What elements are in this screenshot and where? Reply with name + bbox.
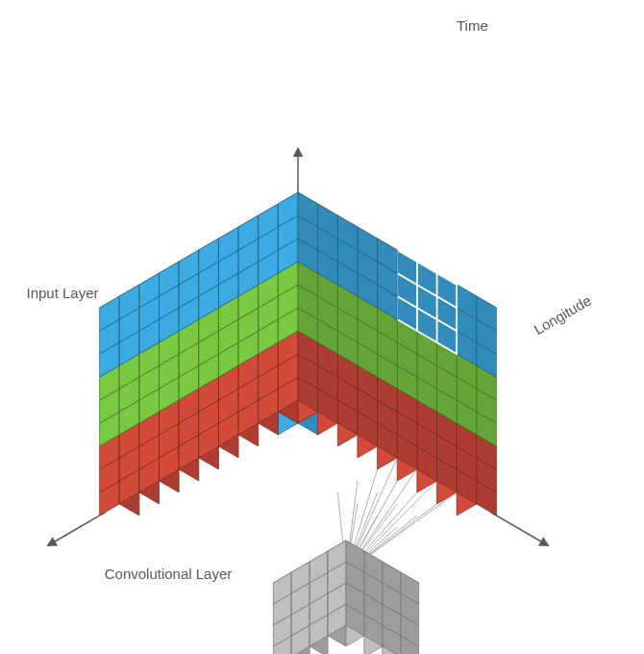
conv-cube: [273, 541, 418, 654]
input-cube: [100, 192, 497, 516]
input-layer-label: Input Layer: [26, 285, 98, 301]
axis-longitude-label: Longitude: [531, 291, 594, 338]
svg-line-2: [490, 512, 546, 544]
diagram: Input Layer Convolutional Layer Time Lat…: [0, 0, 644, 654]
svg-line-1: [50, 512, 106, 544]
axis-time-label: Time: [457, 17, 488, 34]
conv-layer-label: Convolutional Layer: [105, 566, 233, 582]
